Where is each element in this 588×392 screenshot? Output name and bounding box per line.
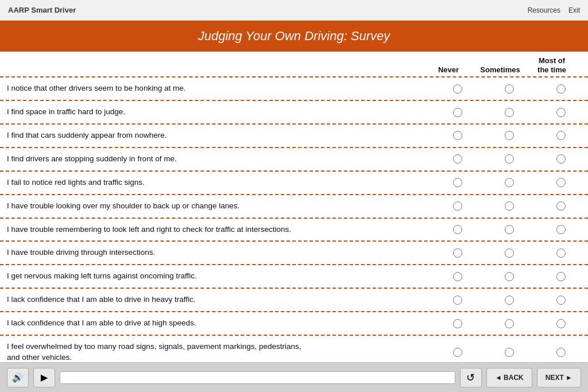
survey-list[interactable]: I notice that other drivers seem to be h… (0, 76, 588, 362)
radio-cell-most[interactable] (535, 84, 587, 94)
survey-row-text: I find space in traffic hard to judge. (0, 107, 432, 118)
reload-button[interactable]: ↺ (460, 368, 482, 387)
radio-cell-sometimes[interactable] (483, 296, 535, 305)
survey-row-radios (432, 296, 587, 305)
radio-never[interactable] (453, 84, 462, 94)
radio-cell-never[interactable] (432, 225, 483, 234)
radio-cell-most[interactable] (535, 272, 587, 281)
radio-most[interactable] (556, 131, 566, 140)
radio-never[interactable] (453, 131, 462, 140)
radio-never[interactable] (453, 201, 462, 211)
radio-sometimes[interactable] (505, 108, 514, 117)
radio-cell-most[interactable] (535, 131, 587, 140)
radio-sometimes[interactable] (505, 131, 514, 140)
survey-row: I have trouble remembering to look left … (0, 219, 588, 242)
radio-never[interactable] (453, 348, 462, 357)
radio-never[interactable] (453, 108, 462, 117)
play-button[interactable]: ▶ (33, 368, 55, 387)
survey-row-text: I get nervous making left turns against … (0, 271, 432, 282)
radio-cell-most[interactable] (535, 249, 587, 258)
back-label: ◄ BACK (495, 374, 524, 382)
app-title: AARP Smart Driver (8, 6, 76, 14)
radio-cell-sometimes[interactable] (483, 272, 535, 281)
radio-never[interactable] (453, 272, 462, 281)
survey-row-radios (432, 154, 587, 164)
radio-sometimes[interactable] (505, 296, 514, 305)
volume-icon: 🔊 (12, 372, 24, 383)
radio-never[interactable] (453, 178, 462, 187)
radio-sometimes[interactable] (505, 201, 514, 211)
radio-cell-sometimes[interactable] (483, 108, 535, 117)
radio-most[interactable] (556, 201, 566, 211)
radio-sometimes[interactable] (505, 348, 514, 357)
survey-row: I lack confidence that I am able to driv… (0, 289, 588, 312)
radio-cell-most[interactable] (535, 296, 587, 305)
radio-cell-most[interactable] (535, 319, 587, 328)
radio-cell-most[interactable] (535, 178, 587, 187)
radio-cell-never[interactable] (432, 272, 483, 281)
radio-most[interactable] (556, 178, 566, 187)
radio-cell-never[interactable] (432, 154, 483, 164)
radio-cell-never[interactable] (432, 178, 483, 187)
volume-button[interactable]: 🔊 (7, 368, 29, 387)
radio-cell-never[interactable] (432, 296, 483, 305)
survey-row: I find that cars suddenly appear from no… (0, 125, 588, 148)
radio-cell-sometimes[interactable] (483, 225, 535, 234)
radio-most[interactable] (556, 225, 566, 234)
radio-cell-most[interactable] (535, 201, 587, 211)
radio-most[interactable] (556, 319, 566, 328)
radio-never[interactable] (453, 154, 462, 164)
radio-sometimes[interactable] (505, 178, 514, 187)
radio-never[interactable] (453, 319, 462, 328)
radio-cell-sometimes[interactable] (483, 249, 535, 258)
radio-cell-sometimes[interactable] (483, 319, 535, 328)
radio-sometimes[interactable] (505, 319, 514, 328)
top-bar-links: Resources Exit (528, 6, 580, 14)
radio-sometimes[interactable] (505, 249, 514, 258)
radio-cell-never[interactable] (432, 348, 483, 357)
radio-never[interactable] (453, 296, 462, 305)
radio-most[interactable] (556, 154, 566, 164)
radio-cell-never[interactable] (432, 108, 483, 117)
survey-row: I find drivers are stopping suddenly in … (0, 148, 588, 172)
radio-most[interactable] (556, 348, 566, 357)
radio-most[interactable] (556, 84, 566, 94)
radio-cell-never[interactable] (432, 201, 483, 211)
radio-cell-sometimes[interactable] (483, 348, 535, 357)
survey-row: I feel overwhelmed by too many road sign… (0, 336, 588, 362)
radio-cell-most[interactable] (535, 225, 587, 234)
radio-cell-most[interactable] (535, 154, 587, 164)
radio-most[interactable] (556, 296, 566, 305)
radio-cell-most[interactable] (535, 108, 587, 117)
col-most-line1: Most of (539, 56, 565, 65)
main-content: Judging Your Own Driving: Survey Never S… (0, 21, 588, 362)
radio-cell-sometimes[interactable] (483, 201, 535, 211)
radio-sometimes[interactable] (505, 154, 514, 164)
radio-cell-never[interactable] (432, 319, 483, 328)
radio-cell-sometimes[interactable] (483, 154, 535, 164)
exit-link[interactable]: Exit (568, 6, 580, 14)
resources-link[interactable]: Resources (528, 6, 560, 14)
radio-sometimes[interactable] (505, 225, 514, 234)
play-icon: ▶ (41, 372, 48, 383)
radio-cell-sometimes[interactable] (483, 84, 535, 94)
radio-sometimes[interactable] (505, 272, 514, 281)
survey-row-radios (432, 319, 587, 328)
radio-cell-sometimes[interactable] (483, 178, 535, 187)
radio-cell-never[interactable] (432, 131, 483, 140)
radio-cell-never[interactable] (432, 249, 483, 258)
radio-sometimes[interactable] (505, 84, 514, 94)
radio-never[interactable] (453, 225, 462, 234)
radio-never[interactable] (453, 249, 462, 258)
radio-most[interactable] (556, 108, 566, 117)
radio-most[interactable] (556, 249, 566, 258)
back-button[interactable]: ◄ BACK (486, 368, 532, 387)
radio-cell-most[interactable] (535, 348, 587, 357)
radio-cell-sometimes[interactable] (483, 131, 535, 140)
survey-row-text: I feel overwhelmed by too many road sign… (0, 341, 432, 362)
radio-cell-never[interactable] (432, 84, 483, 94)
survey-row: I fail to notice red lights and traffic … (0, 172, 588, 195)
next-button[interactable]: NEXT ► (537, 368, 581, 387)
survey-row: I have trouble driving through intersect… (0, 242, 588, 265)
radio-most[interactable] (556, 272, 566, 281)
